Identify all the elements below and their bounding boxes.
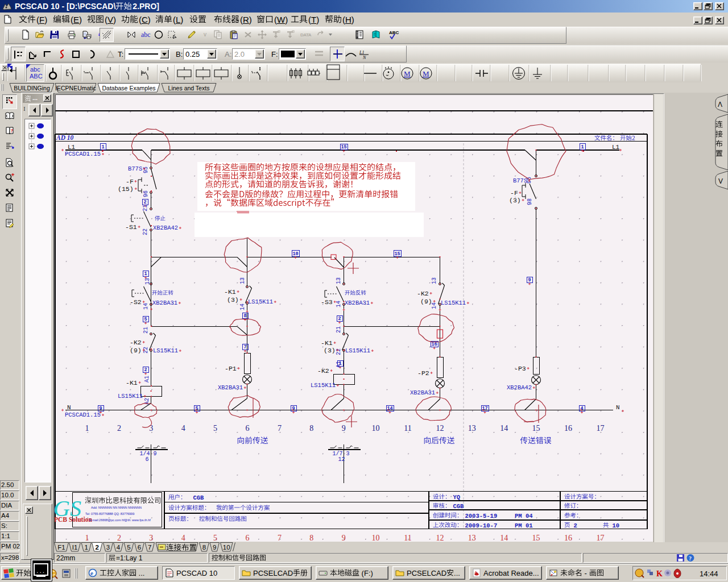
svg-text:B77S: B77S <box>513 177 527 184</box>
svg-text:13: 13 <box>336 277 342 284</box>
svg-text:5: 5 <box>144 317 147 322</box>
svg-text:2: 2 <box>338 316 341 322</box>
svg-text:LS15K11: LS15K11 <box>311 382 336 389</box>
svg-text:F1: F1 <box>57 544 65 551</box>
svg-text:13: 13 <box>144 278 151 285</box>
svg-text:14: 14 <box>239 304 246 310</box>
svg-text:5: 5 <box>213 534 217 542</box>
svg-text:14: 14 <box>500 424 508 433</box>
svg-text:2: 2 <box>117 424 121 433</box>
svg-text:A1: A1 <box>144 376 150 383</box>
svg-text:-K2: -K2 <box>317 367 329 375</box>
svg-text:16: 16 <box>564 534 572 542</box>
svg-text:2: 2 <box>574 522 577 529</box>
svg-text:10: 10 <box>372 424 380 433</box>
svg-text:-P3: -P3 <box>514 365 526 372</box>
svg-text:-K1: -K1 <box>224 288 236 296</box>
svg-text:8: 8 <box>243 313 246 319</box>
svg-text:96: 96 <box>143 190 149 197</box>
svg-text:7: 7 <box>278 534 282 542</box>
svg-text:22: 22 <box>336 348 342 355</box>
svg-text:7: 7 <box>243 344 246 350</box>
svg-text:2: 2 <box>144 367 147 373</box>
svg-text:7: 7 <box>278 424 282 433</box>
svg-text:E-mail:26668@pc.com hf@th: www: E-mail:26668@pc.com hf@th: www.fps.th.hf <box>89 518 151 522</box>
svg-text:12: 12 <box>338 456 345 463</box>
svg-text:14: 14 <box>500 534 508 542</box>
svg-text:8: 8 <box>309 424 313 433</box>
svg-text:A1: A1 <box>336 361 342 368</box>
svg-text:9: 9 <box>528 277 531 283</box>
svg-text:9: 9 <box>342 424 346 433</box>
svg-text:...: ... <box>36 569 45 575</box>
svg-text:LS15K11: LS15K11 <box>345 347 370 354</box>
svg-text:2: 2 <box>143 199 146 205</box>
svg-text:2: 2 <box>96 544 99 551</box>
svg-text:6: 6 <box>246 534 250 542</box>
svg-text:11: 11 <box>404 534 411 542</box>
svg-text:21: 21 <box>142 205 148 211</box>
svg-text:4: 4 <box>181 424 185 433</box>
svg-text:17: 17 <box>482 406 487 411</box>
svg-text:CGB: CGB <box>193 494 205 501</box>
svg-text:14: 14 <box>336 301 342 307</box>
svg-text:7: 7 <box>148 544 151 551</box>
svg-text:10: 10 <box>372 534 380 542</box>
svg-text:21: 21 <box>143 327 149 334</box>
svg-text:6: 6 <box>146 456 149 463</box>
svg-text:8: 8 <box>309 534 313 542</box>
svg-text:-S3: -S3 <box>321 298 333 306</box>
svg-text:17: 17 <box>596 534 604 542</box>
svg-text:?: ? <box>689 555 692 562</box>
svg-text:-K1: -K1 <box>126 379 138 386</box>
svg-text:1: 1 <box>581 144 584 150</box>
svg-text:-K2: -K2 <box>130 339 142 346</box>
svg-text:LS15K11: LS15K11 <box>118 393 143 400</box>
svg-text:N: N <box>67 404 71 411</box>
svg-text:Tel: 0755-83776888 QQ: 8377: Tel: 0755-83776888 QQ: 83776999 <box>85 512 134 516</box>
svg-text:-P2: -P2 <box>417 369 429 377</box>
svg-text:LS15K11: LS15K11 <box>441 300 466 306</box>
svg-text:-S1: -S1 <box>125 223 137 231</box>
svg-text:12: 12 <box>436 424 444 433</box>
svg-text:16: 16 <box>431 342 437 347</box>
svg-text:15: 15 <box>532 534 540 542</box>
svg-text:9: 9 <box>213 544 216 551</box>
svg-text:(3): (3) <box>324 347 336 354</box>
svg-text:PM 04: PM 04 <box>515 513 533 519</box>
svg-text:-P1: -P1 <box>225 365 237 372</box>
svg-text:-F: -F <box>510 189 518 197</box>
svg-text:-F: -F <box>126 178 134 185</box>
svg-text:YQ: YQ <box>453 494 461 501</box>
svg-text:2009-10-7: 2009-10-7 <box>465 522 498 529</box>
svg-text:3: 3 <box>149 424 153 433</box>
svg-text:10: 10 <box>613 522 620 529</box>
svg-text:4: 4 <box>181 534 185 542</box>
svg-text:XB2BA31: XB2BA31 <box>410 389 435 396</box>
svg-text:XB2BA42: XB2BA42 <box>153 225 178 231</box>
svg-text:15: 15 <box>532 424 540 433</box>
svg-text:3: 3 <box>346 451 350 457</box>
svg-text:(9): (9) <box>130 347 142 354</box>
svg-text:15: 15 <box>341 144 346 150</box>
svg-text:9: 9 <box>154 451 157 457</box>
svg-text:13: 13 <box>239 277 246 284</box>
svg-text:1: 1 <box>85 424 89 433</box>
svg-text:2003-5-19: 2003-5-19 <box>465 513 498 519</box>
svg-text:98: 98 <box>527 198 533 205</box>
svg-text:-K1: -K1 <box>321 339 333 347</box>
svg-text:N: N <box>616 404 620 411</box>
svg-text:K: K <box>656 569 663 578</box>
svg-text:1: 1 <box>101 144 104 150</box>
svg-text:(9): (9) <box>420 298 432 305</box>
svg-text:3: 3 <box>106 544 110 551</box>
svg-text:22: 22 <box>142 228 148 235</box>
svg-text:1: 1 <box>144 271 147 277</box>
svg-text:16: 16 <box>564 424 572 433</box>
svg-text:XB2BA31: XB2BA31 <box>345 300 370 306</box>
svg-text:-K2: -K2 <box>417 290 429 297</box>
svg-text:13: 13 <box>468 424 476 433</box>
svg-text:PM 01: PM 01 <box>515 522 533 529</box>
svg-text:8: 8 <box>202 544 206 551</box>
svg-text:XB2BA31: XB2BA31 <box>218 384 243 391</box>
